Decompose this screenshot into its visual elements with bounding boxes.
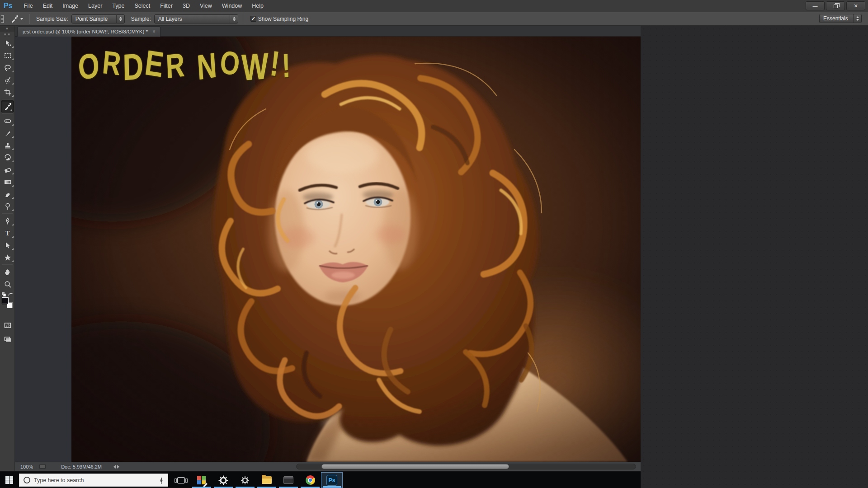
screen-mode-button[interactable] (0, 333, 15, 345)
horizontal-scrollbar-thumb[interactable] (321, 464, 509, 469)
panel-collapse-button[interactable]: » (0, 26, 14, 32)
sample-value: All Layers (158, 16, 182, 22)
svg-text:T: T (5, 230, 10, 237)
rectangular-marquee-tool[interactable] (0, 49, 15, 61)
brush-tool[interactable] (0, 127, 15, 139)
tab-close-icon[interactable]: × (152, 29, 156, 34)
photoshop-logo: Ps (4, 2, 13, 10)
dodge-tool[interactable] (0, 200, 15, 212)
taskbar-app-settings-2[interactable] (234, 472, 256, 488)
document-tab[interactable]: jest order.psd @ 100% (order NOW!!, RGB/… (17, 26, 160, 37)
eraser-tool[interactable] (0, 164, 15, 176)
menu-help[interactable]: Help (247, 0, 269, 12)
status-flyout-arrows[interactable] (113, 465, 119, 469)
taskbar-app-chrome[interactable] (299, 472, 321, 488)
hand-tool[interactable] (0, 266, 15, 278)
spot-healing-brush-tool[interactable] (0, 115, 15, 127)
tool-preset-picker[interactable] (9, 14, 25, 24)
order-now-overlay-text: ORDER NOW!! (78, 45, 296, 85)
menu-edit[interactable]: Edit (38, 0, 58, 12)
type-tool[interactable]: T (0, 227, 15, 239)
screen-app-icon (283, 476, 293, 484)
start-button[interactable] (0, 472, 18, 488)
task-view-button[interactable] (171, 472, 191, 488)
move-tool[interactable] (0, 37, 15, 49)
tool-group-separator (2, 113, 13, 114)
taskbar-app-screen[interactable] (278, 472, 299, 488)
horizontal-scrollbar[interactable] (296, 464, 636, 469)
menu-file[interactable]: File (19, 0, 38, 12)
windows-taskbar: Type here to search (0, 472, 641, 488)
history-brush-tool[interactable] (0, 151, 15, 164)
minimize-button[interactable]: — (806, 1, 825, 10)
gradient-tool[interactable] (0, 176, 15, 188)
photoshop-icon: Ps (326, 475, 337, 486)
path-selection-tool[interactable] (0, 239, 15, 251)
menu-3d[interactable]: 3D (178, 0, 195, 12)
smudge-tool[interactable] (0, 188, 15, 200)
zoom-tool[interactable] (0, 278, 15, 290)
sample-dropdown[interactable]: All Layers (154, 14, 238, 23)
portrait-artwork (71, 37, 641, 462)
color-swatch-cluster (0, 292, 14, 313)
tool-group-separator (2, 99, 13, 99)
eyedropper-icon (10, 15, 19, 23)
menu-bar: Ps File Edit Image Layer Type Select Fil… (0, 0, 868, 12)
menu-type[interactable]: Type (107, 0, 129, 12)
custom-shape-tool[interactable] (0, 251, 15, 263)
quick-mask-button[interactable] (0, 319, 15, 331)
sample-label: Sample: (131, 16, 151, 22)
spinner-arrows-icon (230, 15, 238, 23)
chrome-icon (306, 475, 315, 485)
tools-grip-handle[interactable] (4, 33, 11, 36)
taskbar-app-photos[interactable] (191, 472, 212, 488)
status-chip (39, 465, 46, 469)
search-placeholder: Type here to search (34, 477, 159, 483)
menu-view[interactable]: View (195, 0, 217, 12)
eyedropper-tool[interactable] (1, 100, 14, 113)
options-separator (243, 14, 243, 24)
taskbar-app-photoshop[interactable]: Ps (321, 472, 343, 488)
taskbar-app-settings[interactable] (212, 472, 234, 488)
tools-panel: » (0, 26, 15, 471)
restore-button[interactable] (826, 1, 845, 10)
cortana-icon (24, 477, 30, 483)
clone-stamp-tool[interactable] (0, 139, 15, 151)
empty-workspace-area (641, 26, 868, 488)
chevron-down-icon (20, 18, 23, 20)
windows-logo-icon (5, 476, 13, 484)
sample-size-dropdown[interactable]: Point Sample (71, 14, 125, 23)
menu-layer[interactable]: Layer (83, 0, 107, 12)
zoom-level-field[interactable]: 100% (20, 464, 33, 469)
sample-size-value: Point Sample (75, 16, 108, 22)
foreground-background-swatches[interactable] (2, 297, 14, 309)
canvas-image[interactable]: ORDER NOW!! (71, 37, 641, 462)
taskbar-app-file-explorer[interactable] (256, 472, 278, 488)
workspace-switcher-dropdown[interactable]: Essentials (819, 14, 862, 23)
pen-icon (159, 477, 164, 484)
swap-colors-icon[interactable] (1, 292, 13, 297)
lasso-tool[interactable] (0, 61, 15, 74)
tool-group-separator (2, 213, 13, 214)
quick-selection-tool[interactable] (0, 74, 15, 86)
menu-window[interactable]: Window (217, 0, 247, 12)
show-sampling-ring-checkbox[interactable]: ✓ (250, 16, 256, 22)
document-size-info: Doc: 5.93M/46.2M (61, 464, 102, 469)
file-explorer-icon (262, 476, 272, 484)
document-tab-title: jest order.psd @ 100% (order NOW!!, RGB/… (23, 29, 148, 34)
menu-image[interactable]: Image (57, 0, 83, 12)
foreground-color-swatch[interactable] (2, 297, 9, 304)
window-controls: — ✕ (806, 1, 868, 10)
options-grip-handle[interactable] (1, 15, 4, 23)
taskbar-search-input[interactable]: Type here to search (19, 474, 168, 487)
menu-filter[interactable]: Filter (155, 0, 178, 12)
pen-tool[interactable] (0, 215, 15, 227)
tool-group-separator (2, 264, 13, 265)
canvas-pasteboard[interactable]: ORDER NOW!! (15, 37, 641, 462)
document-window: jest order.psd @ 100% (order NOW!!, RGB/… (15, 26, 641, 471)
menu-select[interactable]: Select (129, 0, 155, 12)
task-view-icon (177, 477, 185, 483)
close-button[interactable]: ✕ (846, 1, 865, 10)
show-sampling-ring-label: Show Sampling Ring (258, 16, 308, 22)
crop-tool[interactable] (0, 86, 15, 98)
